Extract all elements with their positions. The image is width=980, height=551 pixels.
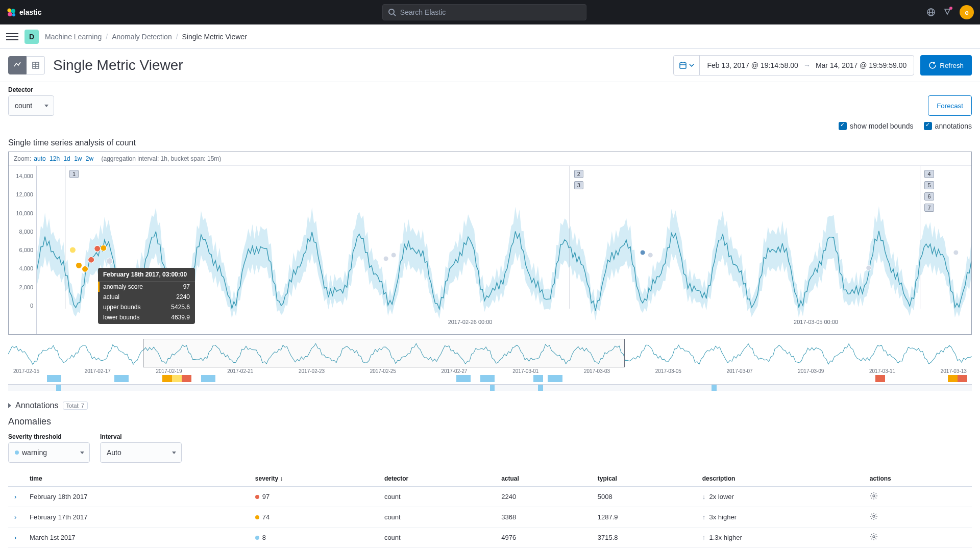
cell-typical: 1287.9 (592, 507, 696, 528)
svg-point-19 (82, 266, 88, 272)
cell-description: ↑ 3x higher (696, 507, 864, 528)
annotations-checkbox[interactable]: annotations (924, 122, 972, 130)
col-actual[interactable]: actual (495, 471, 592, 487)
cell-actual: 2240 (495, 487, 592, 507)
cell-detector: count (378, 528, 495, 548)
cell-description: ↓ 2x lower (696, 487, 864, 507)
table-row: › February 18th 2017 97 count 2240 5008 … (8, 487, 972, 507)
severity-dot-icon (15, 450, 19, 455)
cell-typical: 5008 (592, 487, 696, 507)
svg-point-1 (11, 9, 15, 13)
annotation-marker-7[interactable]: 7 (924, 204, 934, 212)
nav-menu-icon[interactable] (6, 31, 18, 43)
col-description[interactable]: description (696, 471, 864, 487)
cell-actual: 4976 (495, 528, 592, 548)
crumb-ml[interactable]: Machine Learning (45, 33, 102, 41)
topbar: elastic Search Elastic e (0, 0, 980, 24)
table-row: › March 1st 2017 8 count 4976 3715.8 ↑ 1… (8, 528, 972, 548)
annotations-section-header[interactable]: Annotations Total: 7 (0, 393, 980, 414)
date-range-display[interactable]: Feb 13, 2017 @ 19:14:58.00 → Mar 14, 201… (700, 61, 914, 69)
global-search[interactable]: Search Elastic (382, 4, 586, 20)
anomalies-table: time severity ↓ detector actual typical … (8, 471, 972, 548)
interval-label: Interval (100, 433, 182, 440)
svg-point-32 (873, 495, 875, 497)
refresh-button[interactable]: Refresh (920, 55, 972, 76)
zoom-auto[interactable]: auto (34, 155, 45, 162)
cell-severity: 8 (249, 528, 378, 548)
zoom-2w[interactable]: 2w (86, 155, 93, 162)
col-actions[interactable]: actions (864, 471, 972, 487)
show-bounds-checkbox[interactable]: show model bounds (839, 122, 914, 130)
gear-icon (870, 533, 878, 541)
col-time[interactable]: time (23, 471, 249, 487)
checkbox-icon (839, 122, 847, 130)
col-detector[interactable]: detector (378, 471, 495, 487)
svg-point-17 (69, 247, 76, 253)
globe-icon[interactable] (927, 8, 935, 16)
col-severity[interactable]: severity ↓ (249, 471, 378, 487)
chevron-down-icon (689, 64, 694, 67)
overview-swimlane (8, 375, 972, 382)
row-actions-button[interactable] (870, 494, 878, 502)
cell-severity: 97 (249, 487, 378, 507)
zoom-1w[interactable]: 1w (74, 155, 82, 162)
svg-point-33 (873, 515, 875, 517)
overview-selection[interactable] (143, 339, 625, 367)
expand-row-button[interactable]: › (14, 493, 16, 500)
zoom-12h[interactable]: 12h (50, 155, 60, 162)
date-picker[interactable]: Feb 13, 2017 @ 19:14:58.00 → Mar 14, 201… (673, 55, 914, 76)
logo[interactable]: elastic (6, 7, 42, 17)
table-view-button[interactable] (27, 56, 45, 74)
svg-point-18 (76, 262, 82, 268)
svg-point-34 (873, 536, 875, 538)
view-toggle (8, 56, 45, 74)
gear-icon (870, 492, 878, 500)
annotation-marker-1[interactable]: 1 (69, 170, 79, 178)
svg-point-23 (107, 258, 113, 264)
main-chart[interactable]: 14,00012,000 10,0008,000 6,0004,000 2,00… (9, 166, 971, 334)
date-to: Mar 14, 2017 @ 19:59:59.00 (816, 61, 906, 69)
forecast-button[interactable]: Forecast (928, 95, 972, 116)
crumb-current: Single Metric Viewer (182, 33, 247, 41)
space-badge[interactable]: D (24, 30, 39, 44)
annotation-marker-5[interactable]: 5 (924, 181, 934, 189)
newsfeed-icon[interactable] (943, 8, 951, 17)
annotation-marker-4[interactable]: 4 (924, 170, 934, 178)
annotation-marker-6[interactable]: 6 (924, 192, 934, 201)
crumb-anomaly[interactable]: Anomaly Detection (112, 33, 172, 41)
checkbox-row: show model bounds annotations (0, 122, 980, 136)
expand-row-button[interactable]: › (14, 534, 16, 541)
svg-rect-13 (680, 63, 686, 68)
svg-point-26 (383, 256, 388, 261)
detector-label: Detector (8, 86, 54, 93)
calendar-button[interactable] (674, 56, 700, 75)
svg-point-28 (640, 250, 645, 255)
svg-point-2 (8, 12, 12, 16)
overview-x-axis: 2017-02-152017-02-172017-02-192017-02-21… (8, 367, 972, 375)
chart-view-button[interactable] (8, 56, 27, 74)
annotation-swimlane (8, 385, 972, 391)
row-actions-button[interactable] (870, 535, 878, 542)
breadcrumb-bar: D Machine Learning / Anomaly Detection /… (0, 24, 980, 49)
row-actions-button[interactable] (870, 514, 878, 522)
user-avatar[interactable]: e (960, 5, 974, 19)
chart-icon (13, 61, 21, 69)
annotation-marker-3[interactable]: 3 (574, 181, 583, 189)
overview-chart[interactable]: 2017-02-152017-02-172017-02-192017-02-21… (8, 339, 972, 385)
annotation-marker-2[interactable]: 2 (574, 170, 583, 178)
refresh-icon (928, 61, 937, 69)
calendar-icon (679, 61, 687, 69)
interval-select[interactable]: Auto (100, 442, 182, 463)
brand-text: elastic (19, 8, 42, 16)
plot-area[interactable]: 1 2 3 4 5 6 7 February 18th 2017, 03:00:… (36, 166, 971, 334)
svg-point-21 (94, 245, 101, 252)
col-typical[interactable]: typical (592, 471, 696, 487)
chevron-right-icon (8, 403, 11, 408)
severity-select[interactable]: warning (8, 442, 90, 463)
anomalies-title: Anomalies (8, 416, 972, 427)
expand-row-button[interactable]: › (14, 513, 16, 521)
cell-detector: count (378, 507, 495, 528)
detector-select[interactable]: count (8, 95, 54, 116)
svg-point-30 (866, 265, 871, 270)
zoom-1d[interactable]: 1d (63, 155, 70, 162)
